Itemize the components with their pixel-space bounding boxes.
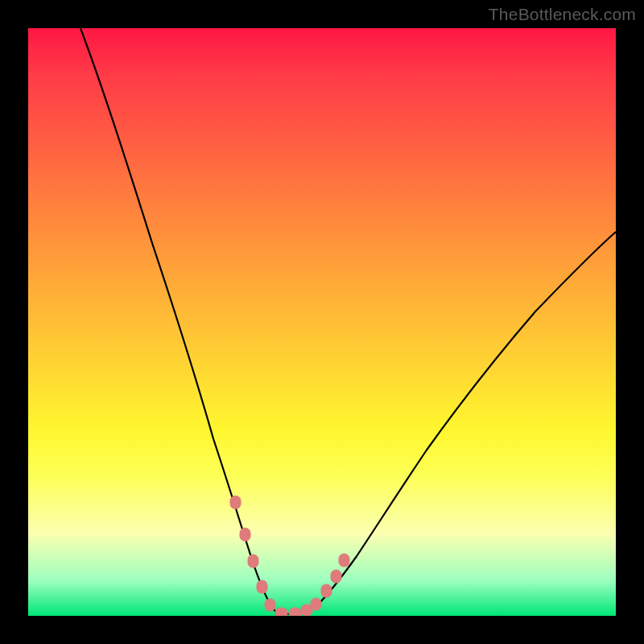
marker-dot — [321, 584, 332, 597]
curve-layer — [28, 28, 616, 616]
marker-dot — [289, 608, 301, 616]
marker-dot — [257, 580, 267, 593]
marker-dot — [248, 555, 258, 568]
trough-marker-group — [230, 496, 349, 616]
marker-dot — [230, 496, 241, 509]
marker-dot — [265, 599, 275, 611]
watermark-text: TheBottleneck.com — [489, 5, 636, 24]
plot-area — [28, 28, 616, 616]
marker-dot — [311, 598, 321, 610]
marker-dot — [331, 570, 341, 583]
marker-dot — [275, 608, 287, 616]
curve-left — [80, 28, 284, 614]
curve-right — [284, 232, 616, 614]
marker-dot — [240, 528, 250, 541]
marker-dot — [339, 554, 349, 567]
chart-frame: TheBottleneck.com — [0, 0, 644, 644]
